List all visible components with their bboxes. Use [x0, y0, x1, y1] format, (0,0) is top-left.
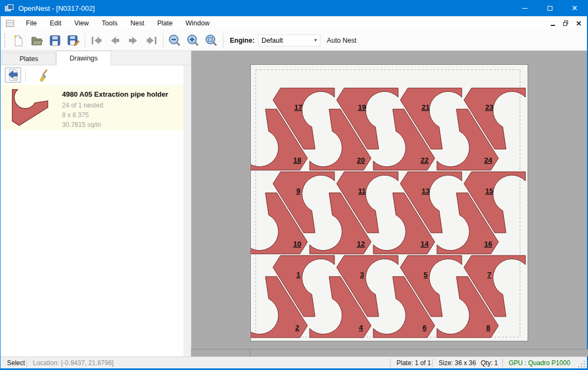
svg-text:15: 15	[485, 187, 494, 195]
go-next-icon	[126, 33, 140, 48]
svg-text:11: 11	[358, 187, 366, 195]
status-bar: Select Location: [-0.9437, 21.8796] Plat…	[1, 356, 587, 368]
status-location: Location: [-0.9437, 21.8796]	[33, 359, 113, 367]
svg-text:14: 14	[420, 240, 429, 248]
svg-text:✶: ✶	[13, 33, 18, 40]
minimize-icon	[522, 8, 528, 9]
menu-item-window[interactable]: Window	[179, 17, 216, 30]
svg-text:2: 2	[295, 324, 299, 332]
drawing-title: 4980 A05 Extraction pipe holder	[62, 90, 168, 98]
menu-item-nest[interactable]: Nest	[124, 17, 151, 30]
chevron-down-icon: ▼	[313, 38, 318, 43]
part-pair[interactable]: 1112	[310, 172, 398, 254]
svg-text:3: 3	[360, 271, 364, 279]
svg-text:8: 8	[486, 324, 490, 332]
svg-text:13: 13	[421, 187, 430, 195]
engine-combobox-value: Default	[262, 37, 283, 44]
svg-text:20: 20	[357, 156, 365, 164]
engine-combobox[interactable]: Default ▼	[258, 35, 320, 46]
menu-item-edit[interactable]: Edit	[43, 17, 68, 30]
part-pair[interactable]: 78	[437, 255, 525, 338]
canvas-hscrollbar[interactable]	[191, 349, 588, 356]
import-drawing-button[interactable]	[5, 68, 21, 83]
zoom-in-button[interactable]	[184, 32, 202, 49]
engine-label: Engine:	[230, 37, 255, 44]
part-pair[interactable]: 1920	[310, 88, 398, 170]
part-pair[interactable]: 1314	[373, 172, 462, 254]
resize-grip[interactable]	[578, 360, 585, 367]
app-icon	[5, 4, 13, 12]
drawings-toolbar	[1, 65, 191, 85]
part-pair[interactable]: 2324	[437, 88, 525, 170]
svg-text:18: 18	[293, 156, 302, 164]
svg-text:6: 6	[422, 324, 427, 332]
mdi-restore-icon	[563, 21, 569, 26]
go-first-icon	[90, 33, 104, 48]
mdi-minimize-icon	[551, 25, 555, 26]
maximize-button[interactable]	[537, 0, 562, 16]
save-button[interactable]	[46, 32, 64, 49]
go-next-button[interactable]	[124, 32, 142, 49]
plate-sheet[interactable]: 171819202122232491011121314151612345678	[250, 64, 528, 341]
part-pair[interactable]: 910	[251, 172, 334, 254]
nested-parts: 171819202122232491011121314151612345678	[251, 65, 529, 342]
save-as-button[interactable]	[64, 32, 83, 49]
part-pair[interactable]: 2122	[373, 88, 462, 170]
svg-text:24: 24	[484, 156, 493, 164]
go-previous-icon	[108, 33, 122, 48]
status-mode: Select	[7, 359, 25, 367]
menu-item-file[interactable]: File	[19, 17, 43, 30]
new-document-icon: ✶	[11, 33, 25, 48]
svg-text:1: 1	[296, 271, 300, 279]
tab-drawings[interactable]: Drawings	[56, 51, 111, 65]
zoom-out-button[interactable]	[166, 32, 184, 49]
nest-canvas[interactable]: 171819202122232491011121314151612345678	[191, 51, 587, 349]
left-panel: Plates Drawings	[1, 51, 191, 356]
zoom-fit-button[interactable]	[202, 32, 221, 49]
part-pair[interactable]: 12	[251, 255, 334, 338]
toolbar-grip[interactable]	[4, 33, 6, 48]
go-last-button[interactable]	[142, 32, 161, 49]
menu-item-tools[interactable]: Tools	[95, 17, 124, 30]
title-bar: OpenNest - [N0317-002] ✕	[1, 0, 587, 16]
minimize-button[interactable]	[512, 0, 537, 16]
auto-nest-button[interactable]: Auto Nest	[327, 37, 357, 44]
save-as-icon	[66, 33, 80, 48]
go-previous-button[interactable]	[106, 32, 124, 49]
maximize-icon	[548, 6, 552, 11]
mdi-document-icon[interactable]	[6, 20, 14, 27]
mdi-close-icon: ✕	[576, 19, 582, 28]
clean-button[interactable]	[35, 68, 51, 83]
svg-text:21: 21	[421, 103, 430, 111]
close-button[interactable]: ✕	[562, 0, 587, 16]
window-title: OpenNest - [N0317-002]	[18, 4, 95, 12]
go-first-button[interactable]	[87, 32, 106, 49]
new-button[interactable]: ✶	[9, 32, 28, 49]
menu-bar: FileEditViewToolsNestPlateWindow ✕	[1, 16, 587, 30]
status-size: Size: 36 x 36	[439, 359, 476, 367]
svg-text:19: 19	[358, 103, 366, 111]
menu-item-view[interactable]: View	[68, 17, 95, 30]
broom-icon	[36, 69, 49, 82]
status-qty: Qty: 1	[481, 359, 498, 367]
panel-scrollbar[interactable]	[183, 65, 191, 356]
mdi-close-button[interactable]: ✕	[574, 18, 584, 28]
go-last-icon	[145, 33, 159, 48]
svg-text:17: 17	[294, 103, 302, 111]
drawing-nested-count: 24 of 1 nested	[62, 100, 168, 110]
part-pair[interactable]: 34	[310, 255, 398, 338]
drawing-list-item[interactable]: 4980 A05 Extraction pipe holder 24 of 1 …	[2, 85, 189, 130]
part-pair[interactable]: 1516	[437, 172, 525, 254]
mdi-minimize-button[interactable]	[548, 18, 558, 28]
menu-item-plate[interactable]: Plate	[151, 17, 179, 30]
status-plate: Plate: 1 of 1	[396, 359, 431, 367]
part-thumbnail	[11, 89, 49, 126]
part-pair[interactable]: 56	[373, 255, 462, 338]
open-button[interactable]	[28, 32, 46, 49]
mdi-restore-button[interactable]	[561, 18, 571, 28]
part-pair[interactable]: 1718	[251, 88, 334, 170]
save-icon	[48, 33, 62, 48]
svg-text:5: 5	[423, 271, 428, 279]
tab-plates[interactable]: Plates	[2, 52, 56, 65]
import-drawing-icon	[6, 69, 19, 82]
